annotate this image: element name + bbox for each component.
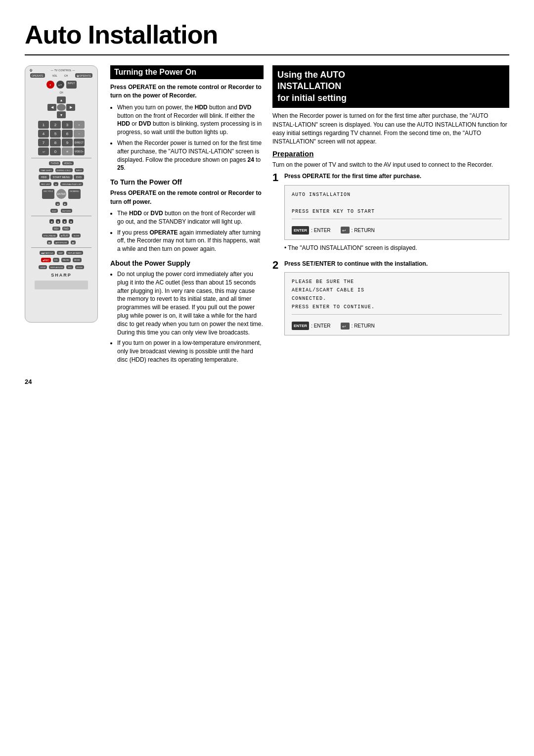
auto-install-heading: Using the AUTO INSTALLATION for initial … xyxy=(272,65,509,108)
remote-ir-area xyxy=(35,281,89,289)
step-2-enter-label: ENTER : ENTER xyxy=(292,322,331,331)
step-1-screen-footer: ENTER : ENTER ↩ : RETURN xyxy=(292,226,502,235)
turning-power-bullets: When you turn on power, the HDD button a… xyxy=(110,103,264,172)
remote-brand: SHARP xyxy=(51,273,72,278)
step-1-return-label: ↩ : RETURN xyxy=(341,226,375,235)
step-2-content: Press SET/ENTER to continue with the ins… xyxy=(284,260,509,340)
screen-2-line3: CONNECTED. xyxy=(292,294,502,303)
middle-column: Turning the Power On Press OPERATE on th… xyxy=(110,65,264,368)
step-1-screen: AUTO INSTALLATION PRESS ENTER KEY TO STA… xyxy=(284,185,509,240)
page-number: 24 xyxy=(25,378,509,385)
remote-circle-1: ● xyxy=(46,81,54,89)
remote-top-labels: ⏻ — TV CONTROL — xyxy=(28,69,95,72)
right-column: Using the AUTO INSTALLATION for initial … xyxy=(272,65,509,344)
return-icon-2: ↩ xyxy=(341,323,350,330)
main-layout: ⏻ — TV CONTROL — OPERATE VOL CH ⏻OPERATE… xyxy=(25,65,509,368)
screen-1-line1: AUTO INSTALLATION xyxy=(292,190,502,199)
step-2-text: Press SET/ENTER to continue with the ins… xyxy=(284,260,509,268)
step-2-screen-footer: ENTER : ENTER ↩ : RETURN xyxy=(292,322,502,331)
step-1-content: Press OPERATE for the first time after p… xyxy=(284,172,509,254)
power-supply-bullets: Do not unplug the power cord immediately… xyxy=(110,270,264,364)
remote-circle-2: ▲▼ xyxy=(56,81,64,89)
remote-ch-row: CH xyxy=(28,91,95,94)
turning-power-bullet-2: When the Recorder power is turned on for… xyxy=(117,139,264,172)
power-supply-bullet-1: Do not unplug the power cord immediately… xyxy=(117,270,264,336)
power-off-bullet-1: The HDD or DVD button on the front of Re… xyxy=(117,209,264,226)
remote-input-row: ● ▲▼ INPUT xyxy=(28,80,95,89)
step-2-return-label: ↩ : RETURN xyxy=(341,322,375,331)
remote-column: ⏻ — TV CONTROL — OPERATE VOL CH ⏻OPERATE… xyxy=(25,65,101,323)
remote-numpad: 1 2 3 + 4 5 6 – 7 8 9 DIRECT ↩ 0 ⊕ VIDEO… xyxy=(38,121,85,155)
power-off-bullets: The HDD or DVD button on the front of Re… xyxy=(110,209,264,253)
return-icon-1: ↩ xyxy=(341,227,350,234)
screen-2-line2: AERIAL/SCART CABLE IS xyxy=(292,286,502,294)
power-off-heading: To Turn the Power Off xyxy=(110,178,264,186)
svg-text:↩: ↩ xyxy=(342,324,346,329)
power-supply-bullet-2: If you turn on power in a low-temperatur… xyxy=(117,339,264,364)
step-1-enter-label: ENTER : ENTER xyxy=(292,226,331,235)
auto-install-intro: When the Recorder power is turned on for… xyxy=(272,112,509,146)
svg-text:↩: ↩ xyxy=(342,228,346,233)
power-off-intro: Press OPERATE on the remote control or R… xyxy=(110,189,264,206)
enter-icon-2: ENTER xyxy=(292,322,309,331)
remote-power-row: OPERATE VOL CH ⏻OPERATE xyxy=(28,73,95,78)
step-2-screen: PLEASE BE SURE THE AERIAL/SCART CABLE IS… xyxy=(284,272,509,336)
step-1-bullet: • The "AUTO INSTALLATION" screen is disp… xyxy=(284,244,509,252)
step-2-number: 2 xyxy=(272,260,281,271)
step-2: 2 Press SET/ENTER to continue with the i… xyxy=(272,260,509,340)
remote-input-btn: INPUT xyxy=(66,81,77,89)
screen-1-line2 xyxy=(292,199,502,207)
preparation-heading: Preparation xyxy=(272,149,509,158)
remote-operate2-btn: ⏻OPERATE xyxy=(75,73,92,78)
turning-power-bullet-1: When you turn on power, the HDD button a… xyxy=(117,103,264,137)
remote-operate-btn: OPERATE xyxy=(30,73,45,78)
screen-2-line1: PLEASE BE SURE THE xyxy=(292,278,502,286)
page-title: Auto Installation xyxy=(25,20,509,49)
preparation-text: Turn on the power of TV and switch to th… xyxy=(272,161,509,169)
remote-control: ⏻ — TV CONTROL — OPERATE VOL CH ⏻OPERATE… xyxy=(25,65,98,323)
step-1-number: 1 xyxy=(272,172,281,183)
step-1-text: Press OPERATE for the first time after p… xyxy=(284,172,509,181)
turning-power-heading: Turning the Power On xyxy=(110,65,264,79)
screen-1-line3: PRESS ENTER KEY TO START xyxy=(292,207,502,216)
step-1: 1 Press OPERATE for the first time after… xyxy=(272,172,509,254)
turning-power-intro: Press OPERATE on the remote control or R… xyxy=(110,83,264,100)
remote-dpad: ▲ ◀ ▶ ▼ xyxy=(47,96,75,118)
screen-2-line4: PRESS ENTER TO CONTINUE. xyxy=(292,303,502,311)
power-supply-heading: About the Power Supply xyxy=(110,259,264,267)
title-divider xyxy=(25,54,509,55)
power-off-bullet-2: If you press OPERATE again immediately a… xyxy=(117,229,264,253)
enter-icon-1: ENTER xyxy=(292,226,309,235)
